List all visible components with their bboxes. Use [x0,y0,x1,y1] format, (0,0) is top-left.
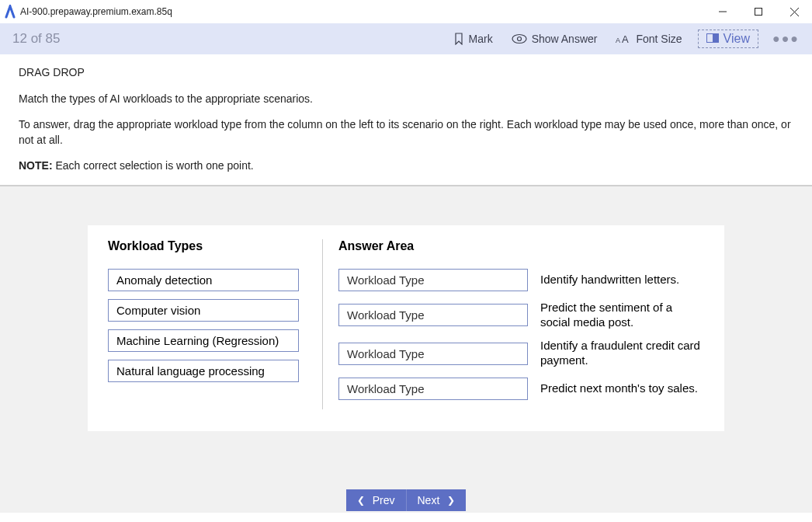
source-item[interactable]: Computer vision [108,299,299,322]
target-header: Answer Area [338,239,704,253]
view-icon [706,32,719,46]
chevron-left-icon: ❮ [357,495,365,506]
source-item[interactable]: Natural language processing [108,360,299,382]
mark-button[interactable]: Mark [453,33,493,45]
chevron-right-icon: ❯ [447,495,455,506]
bookmark-icon [453,33,464,45]
question-line1: Match the types of AI workloads to the a… [19,92,793,107]
note-text: Each correct selection is worth one poin… [53,159,254,172]
source-item[interactable]: Anomaly detection [108,269,299,291]
question-line2: To answer, drag the appropriate workload… [19,117,793,148]
nav-bar: ❮ Prev Next ❯ [0,489,812,511]
more-options-button[interactable]: ●●● [772,32,800,46]
minimize-button[interactable] [705,0,741,23]
app-logo-icon [5,5,16,19]
question-counter: 12 of 85 [12,31,435,47]
svg-text:A: A [622,33,629,44]
target-column: Answer Area Workload Type Identify handw… [322,239,704,409]
target-row: Workload Type Identify handwritten lette… [338,269,704,291]
svg-point-5 [517,37,521,41]
maximize-button[interactable] [741,0,776,23]
svg-point-4 [512,35,526,44]
note-label: NOTE: [19,159,53,172]
target-row: Workload Type Identify a fraudulent cred… [338,339,704,368]
font-size-icon: AA [616,33,631,44]
scenario-text: Identify handwritten letters. [540,273,704,287]
show-answer-label: Show Answer [532,33,598,45]
close-button[interactable] [776,0,812,23]
target-row: Workload Type Predict next month's toy s… [338,378,704,400]
prev-button[interactable]: ❮ Prev [346,489,407,511]
source-item[interactable]: Machine Learning (Regression) [108,329,299,352]
window-controls [705,0,812,23]
svg-rect-1 [755,9,762,16]
target-row: Workload Type Predict the sentiment of a… [338,301,704,330]
next-label: Next [418,494,440,506]
drop-target[interactable]: Workload Type [338,343,528,365]
prev-label: Prev [373,494,395,506]
window-title: AI-900.prepaway.premium.exam.85q [20,6,705,17]
dragdrop-panel: Workload Types Anomaly detection Compute… [88,225,724,431]
drop-target[interactable]: Workload Type [338,304,528,326]
source-header: Workload Types [108,239,318,253]
scenario-text: Identify a fraudulent credit card paymen… [540,339,704,368]
mark-label: Mark [469,33,493,45]
scenario-text: Predict next month's toy sales. [540,381,704,396]
question-heading: DRAG DROP [19,65,793,81]
drop-target[interactable]: Workload Type [338,378,528,400]
work-area: Workload Types Anomaly detection Compute… [0,186,812,513]
source-column: Workload Types Anomaly detection Compute… [108,239,318,409]
toolbar: 12 of 85 Mark Show Answer AA Font Size V… [0,23,812,54]
svg-text:A: A [616,37,620,44]
eye-icon [512,33,527,44]
font-size-button[interactable]: AA Font Size [616,33,682,45]
view-label: View [724,32,750,46]
question-area: DRAG DROP Match the types of AI workload… [0,54,812,186]
next-button[interactable]: Next ❯ [407,489,467,511]
scenario-text: Predict the sentiment of a social media … [540,301,704,330]
view-button[interactable]: View [698,30,758,48]
question-note: NOTE: Each correct selection is worth on… [19,158,793,174]
svg-rect-9 [713,34,719,43]
show-answer-button[interactable]: Show Answer [512,33,598,45]
font-size-label: Font Size [636,33,682,45]
drop-target[interactable]: Workload Type [338,269,528,291]
window-titlebar: AI-900.prepaway.premium.exam.85q [0,0,812,23]
